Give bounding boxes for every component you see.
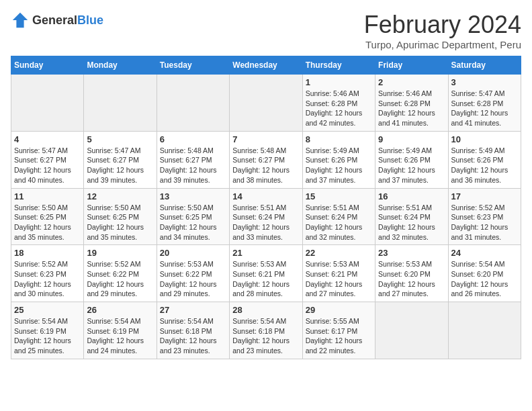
title-area: February 2024 Turpo, Apurimac Department…	[364, 11, 521, 50]
calendar-cell: 4Sunrise: 5:47 AMSunset: 6:27 PMDaylight…	[11, 131, 84, 188]
page-header: General Blue February 2024 Turpo, Apurim…	[11, 11, 521, 50]
day-info: Sunrise: 5:50 AMSunset: 6:25 PMDaylight:…	[87, 203, 153, 242]
day-number: 14	[232, 191, 299, 201]
day-number: 3	[451, 77, 518, 87]
calendar-cell	[84, 75, 157, 132]
day-info: Sunrise: 5:53 AMSunset: 6:21 PMDaylight:…	[232, 259, 299, 299]
header-sunday: Sunday	[11, 56, 84, 75]
day-number: 5	[87, 134, 153, 144]
header-wednesday: Wednesday	[230, 56, 302, 75]
day-info: Sunrise: 5:48 AMSunset: 6:27 PMDaylight:…	[232, 146, 299, 185]
day-info: Sunrise: 5:52 AMSunset: 6:22 PMDaylight:…	[87, 259, 153, 299]
calendar-cell	[11, 75, 84, 132]
day-info: Sunrise: 5:48 AMSunset: 6:27 PMDaylight:…	[160, 146, 226, 185]
calendar-cell: 18Sunrise: 5:52 AMSunset: 6:23 PMDayligh…	[11, 245, 84, 302]
day-number: 11	[14, 191, 81, 201]
day-info: Sunrise: 5:46 AMSunset: 6:28 PMDaylight:…	[306, 89, 372, 128]
day-info: Sunrise: 5:54 AMSunset: 6:20 PMDaylight:…	[451, 259, 518, 299]
day-info: Sunrise: 5:47 AMSunset: 6:27 PMDaylight:…	[14, 146, 81, 185]
day-info: Sunrise: 5:53 AMSunset: 6:21 PMDaylight:…	[306, 259, 372, 299]
calendar-cell: 22Sunrise: 5:53 AMSunset: 6:21 PMDayligh…	[302, 245, 375, 302]
day-number: 10	[451, 134, 518, 144]
day-info: Sunrise: 5:46 AMSunset: 6:28 PMDaylight:…	[378, 89, 445, 128]
calendar-cell: 2Sunrise: 5:46 AMSunset: 6:28 PMDaylight…	[375, 75, 448, 132]
calendar-cell: 21Sunrise: 5:53 AMSunset: 6:21 PMDayligh…	[230, 245, 302, 302]
header-saturday: Saturday	[448, 56, 521, 75]
day-info: Sunrise: 5:54 AMSunset: 6:18 PMDaylight:…	[160, 316, 226, 356]
day-number: 25	[14, 305, 81, 315]
calendar-cell: 19Sunrise: 5:52 AMSunset: 6:22 PMDayligh…	[84, 245, 157, 302]
logo-icon	[11, 11, 30, 30]
day-info: Sunrise: 5:50 AMSunset: 6:25 PMDaylight:…	[160, 203, 226, 242]
logo-blue-text: Blue	[77, 13, 103, 28]
day-number: 9	[378, 134, 445, 144]
header-tuesday: Tuesday	[157, 56, 229, 75]
day-info: Sunrise: 5:52 AMSunset: 6:23 PMDaylight:…	[14, 259, 81, 299]
day-number: 26	[87, 305, 153, 315]
day-info: Sunrise: 5:55 AMSunset: 6:17 PMDaylight:…	[306, 316, 372, 356]
day-info: Sunrise: 5:47 AMSunset: 6:28 PMDaylight:…	[451, 89, 518, 128]
header-thursday: Thursday	[302, 56, 375, 75]
calendar-cell: 12Sunrise: 5:50 AMSunset: 6:25 PMDayligh…	[84, 188, 157, 245]
day-number: 22	[306, 248, 372, 258]
calendar-cell: 1Sunrise: 5:46 AMSunset: 6:28 PMDaylight…	[302, 75, 375, 132]
day-info: Sunrise: 5:54 AMSunset: 6:19 PMDaylight:…	[14, 316, 81, 356]
calendar-week-4: 18Sunrise: 5:52 AMSunset: 6:23 PMDayligh…	[11, 245, 521, 302]
calendar-cell: 10Sunrise: 5:49 AMSunset: 6:26 PMDayligh…	[448, 131, 521, 188]
day-info: Sunrise: 5:49 AMSunset: 6:26 PMDaylight:…	[378, 146, 445, 185]
day-info: Sunrise: 5:51 AMSunset: 6:24 PMDaylight:…	[378, 203, 445, 242]
calendar-cell	[375, 302, 448, 359]
calendar-cell: 16Sunrise: 5:51 AMSunset: 6:24 PMDayligh…	[375, 188, 448, 245]
day-number: 4	[14, 134, 81, 144]
day-number: 23	[378, 248, 445, 258]
calendar-cell: 3Sunrise: 5:47 AMSunset: 6:28 PMDaylight…	[448, 75, 521, 132]
day-number: 29	[306, 305, 372, 315]
day-number: 18	[14, 248, 81, 258]
day-number: 13	[160, 191, 226, 201]
calendar-cell	[157, 75, 229, 132]
day-info: Sunrise: 5:49 AMSunset: 6:26 PMDaylight:…	[306, 146, 372, 185]
calendar-cell: 26Sunrise: 5:54 AMSunset: 6:19 PMDayligh…	[84, 302, 157, 359]
calendar-cell: 5Sunrise: 5:47 AMSunset: 6:27 PMDaylight…	[84, 131, 157, 188]
calendar-cell: 27Sunrise: 5:54 AMSunset: 6:18 PMDayligh…	[157, 302, 229, 359]
calendar-cell: 17Sunrise: 5:52 AMSunset: 6:23 PMDayligh…	[448, 188, 521, 245]
calendar-cell	[448, 302, 521, 359]
calendar-cell: 8Sunrise: 5:49 AMSunset: 6:26 PMDaylight…	[302, 131, 375, 188]
day-number: 6	[160, 134, 226, 144]
calendar-cell: 23Sunrise: 5:53 AMSunset: 6:20 PMDayligh…	[375, 245, 448, 302]
month-title: February 2024	[364, 11, 521, 39]
day-number: 20	[160, 248, 226, 258]
day-info: Sunrise: 5:51 AMSunset: 6:24 PMDaylight:…	[232, 203, 299, 242]
logo: General Blue	[11, 11, 103, 30]
day-number: 27	[160, 305, 226, 315]
calendar-cell: 7Sunrise: 5:48 AMSunset: 6:27 PMDaylight…	[230, 131, 302, 188]
svg-marker-0	[13, 13, 28, 28]
day-info: Sunrise: 5:53 AMSunset: 6:20 PMDaylight:…	[378, 259, 445, 299]
calendar-cell: 20Sunrise: 5:53 AMSunset: 6:22 PMDayligh…	[157, 245, 229, 302]
day-info: Sunrise: 5:53 AMSunset: 6:22 PMDaylight:…	[160, 259, 226, 299]
calendar-header-row: SundayMondayTuesdayWednesdayThursdayFrid…	[11, 56, 521, 75]
header-friday: Friday	[375, 56, 448, 75]
calendar-cell: 14Sunrise: 5:51 AMSunset: 6:24 PMDayligh…	[230, 188, 302, 245]
logo-general-text: General	[32, 13, 77, 28]
calendar-cell: 28Sunrise: 5:54 AMSunset: 6:18 PMDayligh…	[230, 302, 302, 359]
day-number: 28	[232, 305, 299, 315]
calendar-week-3: 11Sunrise: 5:50 AMSunset: 6:25 PMDayligh…	[11, 188, 521, 245]
day-info: Sunrise: 5:50 AMSunset: 6:25 PMDaylight:…	[14, 203, 81, 242]
calendar-cell: 13Sunrise: 5:50 AMSunset: 6:25 PMDayligh…	[157, 188, 229, 245]
day-number: 2	[378, 77, 445, 87]
day-number: 19	[87, 248, 153, 258]
calendar-cell: 9Sunrise: 5:49 AMSunset: 6:26 PMDaylight…	[375, 131, 448, 188]
day-number: 15	[306, 191, 372, 201]
day-number: 21	[232, 248, 299, 258]
calendar-cell: 29Sunrise: 5:55 AMSunset: 6:17 PMDayligh…	[302, 302, 375, 359]
calendar-week-1: 1Sunrise: 5:46 AMSunset: 6:28 PMDaylight…	[11, 75, 521, 132]
calendar-week-2: 4Sunrise: 5:47 AMSunset: 6:27 PMDaylight…	[11, 131, 521, 188]
day-info: Sunrise: 5:54 AMSunset: 6:18 PMDaylight:…	[232, 316, 299, 356]
day-number: 24	[451, 248, 518, 258]
calendar-cell: 6Sunrise: 5:48 AMSunset: 6:27 PMDaylight…	[157, 131, 229, 188]
day-number: 8	[306, 134, 372, 144]
header-monday: Monday	[84, 56, 157, 75]
calendar-cell: 11Sunrise: 5:50 AMSunset: 6:25 PMDayligh…	[11, 188, 84, 245]
location-subtitle: Turpo, Apurimac Department, Peru	[364, 39, 521, 50]
